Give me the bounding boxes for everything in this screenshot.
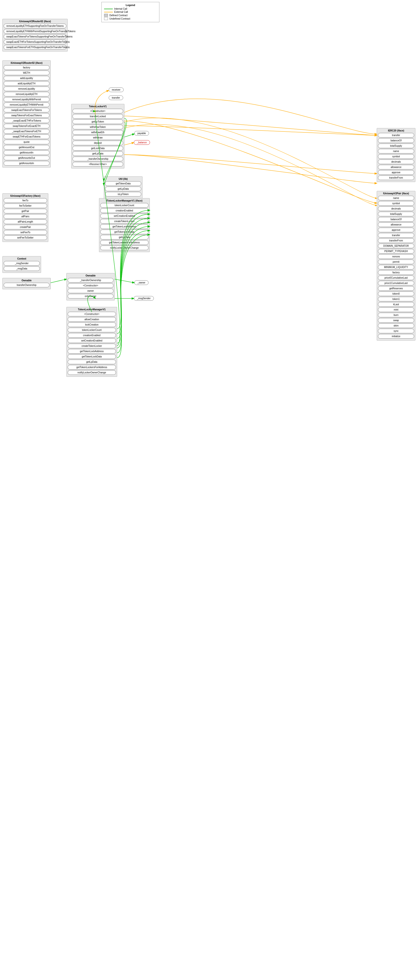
- node-removeLiquidityETHWithPermit[interactable]: removeLiquidityETHWithPermit: [4, 102, 49, 107]
- node-constructor-tlmv1[interactable]: <Constructor>: [68, 312, 116, 317]
- node-kLast[interactable]: kLast: [378, 302, 414, 307]
- node-totalSupply-ierc20[interactable]: totalSupply: [378, 143, 414, 148]
- node-domain-separator[interactable]: DOMAIN_SEPARATOR: [378, 243, 414, 248]
- node-factory[interactable]: factory: [4, 65, 49, 70]
- node-transferFrom-pair[interactable]: transferFrom: [378, 238, 414, 243]
- node-getLockData[interactable]: getLockData: [73, 146, 123, 151]
- node-symbol-ierc20[interactable]: symbol: [378, 154, 414, 159]
- node-balanceOf-pair[interactable]: balanceOf: [378, 217, 414, 222]
- node-lockCreation[interactable]: lockCreation: [68, 322, 116, 327]
- node-factory-pair[interactable]: factory: [378, 270, 414, 275]
- node-notifyLockerOwnerChange-iface[interactable]: notifyLockerOwnerChange: [100, 245, 149, 250]
- node-getLpData-iface[interactable]: getLpData: [100, 235, 149, 240]
- node-getLpData-tlv1[interactable]: getLpData: [73, 151, 123, 156]
- node-removeLiquidityETH[interactable]: removeLiquidityETH: [4, 92, 49, 96]
- node-transferFrom-ierc20[interactable]: transferFrom: [378, 175, 414, 180]
- node-getTokenLockersForAddress-iface[interactable]: getTokenLockersForAddress: [100, 240, 149, 245]
- node-removeLiquidityWithPermit[interactable]: removeLiquidityWithPermit: [4, 97, 49, 102]
- node-getAmountIn[interactable]: getAmountIn: [4, 150, 49, 155]
- node-feeTo[interactable]: feeTo: [4, 198, 47, 203]
- node-weth[interactable]: WETH: [4, 70, 49, 75]
- node-getTokenLockData-iface[interactable]: getTokenLockData: [100, 230, 149, 234]
- node-createTokenLocker-iface[interactable]: createTokenLocker: [100, 219, 149, 224]
- node-swapTokensForExactETH[interactable]: swapTokensForExactETH: [4, 124, 49, 128]
- node-setCreationEnabled-mgr[interactable]: setCreationEnabled: [68, 338, 116, 343]
- node-creationEnabled-iface[interactable]: creationEnabled: [100, 208, 149, 213]
- node-mint[interactable]: mint: [378, 307, 414, 312]
- node-swapExactTokensForETH[interactable]: _swapExactTokensForETH: [4, 129, 49, 134]
- node-getAmountsIn[interactable]: getAmountsIn: [4, 161, 49, 165]
- node-getTokenLockData-mgr[interactable]: getTokenLockData: [68, 354, 116, 359]
- node-getTokenLockAddress-iface[interactable]: getTokenLockAddress: [100, 224, 149, 229]
- node-skim[interactable]: skim: [378, 323, 414, 328]
- node-getAmountOut[interactable]: getAmountOut: [4, 145, 49, 150]
- node-transfer-ierc20[interactable]: transfer: [378, 133, 414, 137]
- node-addLiquidity[interactable]: addLiquidity: [4, 76, 49, 81]
- node-nonces[interactable]: nonces: [378, 254, 414, 259]
- node-initialize[interactable]: initialize: [378, 334, 414, 339]
- node-createTokenLocker-mgr[interactable]: createTokenLocker: [68, 344, 116, 348]
- node-swapExactTokensForTokensSupporting[interactable]: swapExactTokensForTokensSupportingFeeOnT…: [4, 34, 67, 39]
- node-getLpData-mgr[interactable]: getLpData: [68, 360, 116, 364]
- node-getTokenData-util[interactable]: getTokenData: [105, 181, 141, 186]
- node-swapExactETHForTokensSupporting[interactable]: swapExactETHForTokensSupportingFeeOnTran…: [4, 40, 67, 44]
- node-totalSupply-pair[interactable]: totalSupply: [378, 212, 414, 216]
- node-approve-pair[interactable]: approve: [378, 228, 414, 232]
- node-allowance-pair[interactable]: allowance: [378, 222, 414, 227]
- node-transferOwnership-ownable[interactable]: transferOwnership: [4, 283, 49, 287]
- node-withdraw[interactable]: withdraw: [73, 135, 123, 140]
- node-permit-typehash[interactable]: PERMIT_TYPEHASH: [378, 249, 414, 253]
- node-constructor-ownable[interactable]: <Constructor>: [68, 283, 114, 288]
- node-deposit[interactable]: deposit: [73, 141, 123, 145]
- node-balanceOf-ierc20[interactable]: balanceOf: [378, 138, 414, 143]
- node-permit[interactable]: permit: [378, 259, 414, 264]
- node-swapExactETHForTokens[interactable]: _swapExactETHForTokens: [4, 118, 49, 123]
- node-createPair[interactable]: createPair: [4, 225, 47, 229]
- node-setFeeToSetter[interactable]: setFeeToSetter: [4, 235, 47, 240]
- node-isLpToken-util[interactable]: isLpToken: [105, 192, 141, 196]
- node-withdrawToken[interactable]: withdrawToken: [73, 125, 123, 129]
- node-price1cumulative[interactable]: price1CumulativeLast: [378, 281, 414, 285]
- node-tokenLockerCount-iface[interactable]: tokenLockerCount: [100, 203, 149, 208]
- node-transferLocked[interactable]: transferLocked: [73, 114, 123, 119]
- node-removeLiquidity[interactable]: removeLiquidity: [4, 86, 49, 91]
- node-swapETHForExactTokens[interactable]: swapETHForExactTokens: [4, 134, 49, 139]
- node-transferOwnership-inner[interactable]: _transferOwnership: [68, 278, 114, 283]
- node-getLpData-util[interactable]: getLpData: [105, 186, 141, 191]
- node-name-ierc20[interactable]: name: [378, 149, 414, 153]
- node-allPairsLength[interactable]: allPairsLength: [4, 220, 47, 224]
- node-receiveEther[interactable]: <Receive Ether>: [73, 162, 123, 167]
- node-swap-pair[interactable]: swap: [378, 318, 414, 323]
- node-creationEnabled-mgr[interactable]: creationEnabled: [68, 333, 116, 337]
- node-swapTokensForExactTokens[interactable]: swapTokensForExactTokens: [4, 113, 49, 118]
- node-removeLiquidityETHSupportingFee[interactable]: removeLiquidityETHSupportingFeeOnTransfe…: [4, 24, 67, 28]
- node-msgSender-ctx[interactable]: _msgSender: [4, 261, 40, 266]
- node-allowCreation[interactable]: allowCreation: [68, 317, 116, 322]
- node-allPairs[interactable]: allPairs: [4, 214, 47, 219]
- node-minimum-liquidity[interactable]: MINIMUM_LIQUIDITY: [378, 265, 414, 269]
- node-sync[interactable]: sync: [378, 329, 414, 333]
- node-token1[interactable]: token1: [378, 297, 414, 301]
- node-price0cumulative[interactable]: price0CumulativeLast: [378, 275, 414, 280]
- node-transferOwnership-tlv1[interactable]: _transferOwnership: [73, 157, 123, 161]
- node-burn[interactable]: burn: [378, 313, 414, 317]
- node-quote[interactable]: quote: [4, 140, 49, 144]
- node-withdrawEth[interactable]: withdrawEth: [73, 130, 123, 135]
- node-constructor-tlv1[interactable]: <Constructor>: [73, 109, 123, 113]
- node-tokenLockerCount-mgr[interactable]: tokenLockerCount: [68, 328, 116, 332]
- node-addLiquidityETH[interactable]: addLiquidityETH: [4, 81, 49, 86]
- node-symbol-pair[interactable]: symbol: [378, 201, 414, 206]
- node-getAmountsOut[interactable]: getAmountsOut: [4, 156, 49, 160]
- node-decimals-pair[interactable]: decimals: [378, 207, 414, 211]
- node-owner-ownable[interactable]: owner: [68, 289, 114, 293]
- node-swapExactTokensForETHSupporting[interactable]: swapExactTokensForETHSupportingFeeOnTran…: [4, 45, 67, 49]
- node-msgData-ctx[interactable]: _msgData: [4, 266, 40, 271]
- node-getLpToken[interactable]: getLpToken: [73, 119, 123, 124]
- node-setCreationEnabled-iface[interactable]: setCreationEnabled: [100, 214, 149, 218]
- node-getTokenLockAddress-mgr[interactable]: getTokenLockAddress: [68, 349, 116, 353]
- node-removeLiquidityETHWithPermitSupporting[interactable]: removeLiquidityETHWithPermitSupportingFe…: [4, 29, 67, 33]
- node-getReserves-pair[interactable]: getReserves: [378, 286, 414, 291]
- node-approve-ierc20[interactable]: approve: [378, 170, 414, 175]
- node-getTokenLockersForAddress-mgr[interactable]: getTokenLockersForAddress: [68, 365, 116, 369]
- node-transfer-pair[interactable]: transfer: [378, 233, 414, 237]
